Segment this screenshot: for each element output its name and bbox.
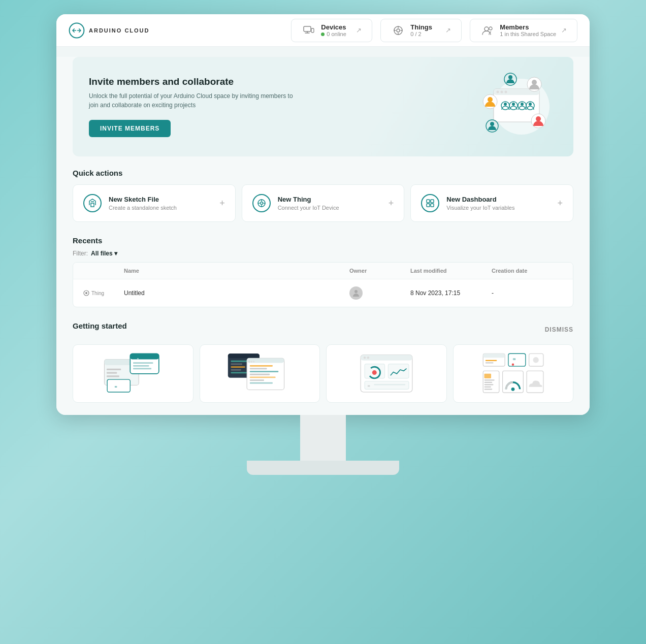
- svg-rect-44: [107, 372, 117, 373]
- svg-rect-83: [374, 384, 405, 385]
- devices-stat[interactable]: Devices 0 online ↗: [291, 19, 372, 42]
- logo-text: ARDUINO CLOUD: [89, 27, 150, 34]
- svg-rect-45: [107, 375, 119, 377]
- things-icon: [391, 23, 405, 38]
- getting-started-section: Getting started DISMISS ∞: [73, 321, 573, 403]
- new-sketch-plus-icon: +: [219, 198, 225, 209]
- svg-rect-99: [485, 389, 493, 390]
- new-dashboard-info: New Dashboard Visualize your IoT variabl…: [446, 196, 550, 211]
- monitor-stand-neck: [300, 415, 346, 461]
- dismiss-button[interactable]: DISMISS: [545, 326, 573, 333]
- svg-rect-87: [486, 362, 494, 363]
- devices-icon: [302, 23, 316, 38]
- action-new-sketch[interactable]: New Sketch File Create a standalone sket…: [73, 184, 236, 222]
- members-stat[interactable]: Members 1 in this Shared Space ↗: [470, 19, 577, 42]
- svg-rect-1: [304, 26, 311, 31]
- things-stat[interactable]: Things 0 / 2 ↗: [380, 19, 462, 42]
- getting-started-cards: ∞ ∞: [73, 344, 573, 403]
- members-info: Members 1 in this Shared Space: [500, 23, 556, 37]
- gs-card-2[interactable]: [200, 344, 320, 403]
- svg-point-24: [488, 97, 493, 102]
- owner-avatar: [349, 286, 363, 300]
- svg-rect-88: [508, 353, 526, 366]
- members-icon: [480, 23, 495, 38]
- logo-area: ARDUINO CLOUD: [69, 22, 150, 39]
- main-content: Invite members and collaborate Unlock th…: [56, 57, 590, 415]
- banner-title: Invite members and collaborate: [89, 76, 456, 87]
- things-info: Things 0 / 2: [410, 23, 440, 37]
- svg-point-6: [489, 27, 492, 30]
- gs-card-1[interactable]: ∞ ∞: [73, 344, 193, 403]
- svg-point-28: [490, 122, 494, 126]
- svg-point-4: [397, 29, 400, 32]
- members-arrow-icon: ↗: [561, 26, 567, 34]
- svg-point-16: [512, 103, 515, 106]
- svg-point-33: [260, 202, 263, 205]
- new-sketch-info: New Sketch File Create a standalone sket…: [109, 196, 212, 211]
- col-owner: Owner: [349, 268, 410, 274]
- invite-members-button[interactable]: INVITE MEMBERS: [89, 120, 171, 137]
- svg-rect-58: [231, 366, 245, 368]
- new-dashboard-name: New Dashboard: [446, 196, 550, 203]
- svg-point-90: [512, 363, 514, 366]
- svg-rect-59: [231, 369, 241, 370]
- new-thing-desc: Connect your IoT Device: [278, 205, 381, 211]
- svg-point-101: [511, 388, 515, 391]
- devices-info: Devices 0 online: [321, 23, 351, 37]
- recents-table: Name Owner Last modified Creation date: [73, 262, 573, 307]
- quick-actions-list: New Sketch File Create a standalone sket…: [73, 184, 573, 222]
- svg-rect-51: [133, 368, 151, 369]
- gs-card-3[interactable]: ∞: [326, 344, 447, 403]
- filter-value[interactable]: All files ▾: [91, 250, 117, 257]
- svg-rect-55: [228, 353, 260, 358]
- gs-card-4[interactable]: ∞: [453, 344, 574, 403]
- banner-subtitle: Unlock the full potential of your Arduin…: [89, 91, 302, 110]
- svg-point-0: [70, 23, 84, 38]
- svg-rect-63: [250, 365, 273, 367]
- svg-point-22: [532, 80, 537, 85]
- svg-rect-49: [133, 362, 153, 364]
- svg-rect-62: [247, 358, 284, 363]
- svg-text:∞: ∞: [367, 383, 370, 387]
- svg-rect-60: [231, 372, 247, 373]
- svg-rect-65: [250, 371, 278, 372]
- svg-point-76: [367, 357, 369, 359]
- action-new-dashboard[interactable]: New Dashboard Visualize your IoT variabl…: [410, 184, 573, 222]
- new-dashboard-plus-icon: +: [558, 198, 563, 209]
- svg-rect-86: [486, 360, 497, 361]
- svg-rect-67: [250, 376, 276, 378]
- svg-rect-50: [133, 365, 149, 367]
- filter-label: Filter:: [73, 250, 88, 257]
- members-sub: 1 in this Shared Space: [500, 31, 556, 37]
- svg-rect-97: [485, 384, 494, 385]
- svg-text:∞: ∞: [137, 357, 139, 360]
- svg-point-39: [85, 292, 87, 294]
- svg-point-75: [364, 357, 366, 359]
- svg-rect-52: [107, 379, 130, 392]
- svg-rect-31: [91, 203, 94, 207]
- svg-point-20: [529, 103, 532, 106]
- devices-label: Devices: [321, 23, 351, 31]
- svg-text:∞: ∞: [513, 357, 516, 362]
- action-new-thing[interactable]: New Thing Connect your IoT Device +: [242, 184, 405, 222]
- getting-started-title: Getting started: [73, 321, 127, 330]
- new-thing-plus-icon: +: [389, 198, 394, 209]
- svg-rect-69: [250, 382, 273, 383]
- filter-chevron-icon: ▾: [114, 250, 117, 257]
- svg-rect-43: [107, 368, 121, 370]
- col-type: [83, 268, 124, 274]
- sketch-icon: [83, 194, 102, 212]
- svg-rect-36: [427, 204, 430, 207]
- svg-rect-56: [231, 361, 248, 362]
- row-modified: 8 Nov 2023, 17:15: [410, 289, 492, 297]
- quick-actions-title: Quick actions: [73, 169, 573, 177]
- members-label: Members: [500, 23, 556, 31]
- banner-text: Invite members and collaborate Unlock th…: [89, 76, 456, 137]
- new-sketch-desc: Create a standalone sketch: [109, 205, 212, 211]
- table-row: Thing Untitled 8 Nov: [73, 279, 573, 307]
- row-name: Untitled: [124, 289, 349, 297]
- new-dashboard-desc: Visualize your IoT variables: [446, 205, 550, 211]
- recents-section: Recents Filter: All files ▾ Name Owner L…: [73, 236, 573, 307]
- table-header-row: Name Owner Last modified Creation date: [73, 263, 573, 279]
- online-dot: [321, 33, 325, 36]
